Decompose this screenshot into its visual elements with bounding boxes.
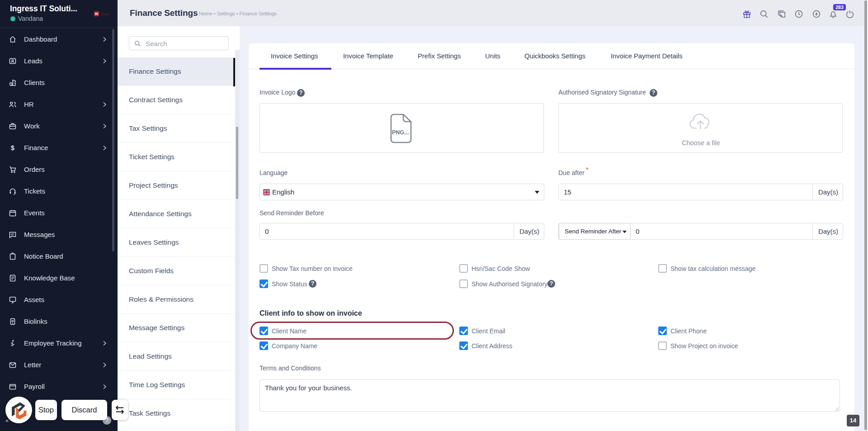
svg-text:$: $ (11, 144, 14, 152)
svg-text:PNG...: PNG... (392, 129, 409, 136)
